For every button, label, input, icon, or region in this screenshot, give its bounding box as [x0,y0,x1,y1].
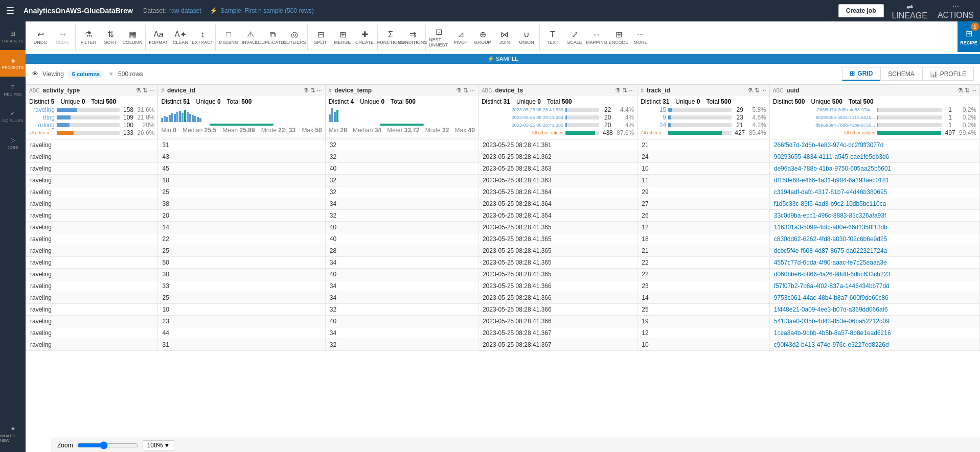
table-cell: 1cea8a4b-9dbb-4b5b-8a57-8b8e1ead6216 [769,327,979,339]
tab-schema[interactable]: SCHEMA [880,67,922,81]
redo-button[interactable]: ↪ REDO [52,25,73,51]
format-button[interactable]: Aa FORMAT [148,25,169,51]
filter-col-icon[interactable]: ⚗ [135,87,141,94]
sidebar-item-datasets[interactable]: ⊞ DATASETS [0,23,26,50]
more-col-icon[interactable]: ··· [470,87,475,94]
group-button[interactable]: ⊕ GROUP [472,25,493,51]
filter-col-icon[interactable]: ⚗ [958,87,963,94]
hamburger-menu[interactable]: ☰ [6,5,14,16]
functions-button[interactable]: Σ FUNCTIONS [380,25,401,51]
dataset-link[interactable]: raw-dataset [169,7,201,14]
create-button[interactable]: ✚ CREATE [354,25,375,51]
table-cell: 22 [637,269,769,280]
recipe-panel-button[interactable]: ⊞ RECIPE 1 [958,21,980,52]
more-col-icon[interactable]: ··· [971,87,976,94]
join-button[interactable]: ⋈ JoIN [494,25,515,51]
more-col-icon[interactable]: ··· [761,87,766,94]
col-header-activity-type: ABC activity_type ⚗ ⇅ ··· [26,85,158,139]
table-row: raveling31322023-05-25 08:28:41.36121266… [26,139,980,151]
jobs-icon: ▷ [11,136,15,144]
col-header-uuid: ABC uuid ⚗ ⇅ ··· [769,85,979,139]
columns-badge[interactable]: 6 columns [68,70,104,78]
split-button[interactable]: ⊟ SPLIT [310,25,331,51]
zoom-dropdown-icon[interactable]: ▼ [164,442,170,449]
table-cell: 32 [325,210,478,222]
transform-group: T TEXT ⤢ SCALE ↔ MAPPING ⊞ ENCODE ··· MO… [542,25,653,51]
sort-col-icon[interactable]: ⇅ [310,87,315,94]
table-cell: 43 [158,151,325,163]
sort-button[interactable]: ⇅ SORT [100,25,121,51]
table-cell: 34 [325,292,478,304]
table-cell: 30 [158,269,325,280]
tab-grid[interactable]: ⊞ GRID [842,67,880,81]
clean-button[interactable]: A✦ CLEAN [170,25,191,51]
mapping-button[interactable]: ↔ MAPPING [586,25,607,51]
union-button[interactable]: ∪ UNION [516,25,537,51]
scale-button[interactable]: ⤢ SCALE [564,25,585,51]
col-name-device-ts: device_ts [495,87,523,94]
quality-group: □ MISSING ⚠ INVALID ⧉ DUPLICATES ◎ OUTLI… [218,25,308,51]
more-col-icon[interactable]: ··· [149,87,154,94]
table-cell: 14 [637,292,769,304]
sample-link[interactable]: Sample: First n sample (500 rows) [220,7,314,14]
undo-button[interactable]: ↩ UNDO [30,25,51,51]
conditions-button[interactable]: ⇉ CONDITIONS [402,25,423,51]
data-area: 👁 Viewing 6 columns ▼ 500 rows ⊞ GRID SC… [26,64,980,452]
sort-col-icon[interactable]: ⇅ [143,87,148,94]
actions-button[interactable]: ··· ACTIONS [938,2,974,20]
sort-col-icon[interactable]: ⇅ [463,87,468,94]
column-button[interactable]: ▦ COLUMN [122,25,143,51]
sidebar-item-recipes[interactable]: ≡ RECIPES [0,77,26,103]
create-job-button[interactable]: Create job [838,4,884,17]
table-cell: 22 [637,257,769,269]
recipe-label: RECIPE [960,40,977,45]
lineage-button[interactable]: ⇌ LINEAGE [892,2,927,20]
sort-col-icon[interactable]: ⇅ [965,87,970,94]
sidebar-item-whats-new[interactable]: ★ WHAT'S NEW [0,420,26,447]
table-cell: 24 [637,151,769,163]
sidebar-item-projects[interactable]: ◈ PROJECTS [0,50,26,77]
view-controls: 👁 Viewing 6 columns ▼ 500 rows ⊞ GRID SC… [26,64,980,84]
pivot-button[interactable]: ⊿ PIVOT [450,25,471,51]
sidebar-item-jobs[interactable]: ▷ JOBS [0,130,26,156]
sort-col-icon[interactable]: ⇅ [622,87,627,94]
merge-button[interactable]: ⊞ MERGE [332,25,353,51]
more-col-icon[interactable]: ··· [629,87,634,94]
missing-icon: □ [226,31,231,39]
table-cell: 26 [637,210,769,222]
table-cell: 23 [637,280,769,292]
sidebar-item-dq-rules[interactable]: ✓ DQ RULES [0,103,26,130]
table-container[interactable]: ABC activity_type ⚗ ⇅ ··· [26,84,980,452]
outliers-button[interactable]: ◎ OUTLIERS [284,25,305,51]
filter-col-icon[interactable]: ⚗ [303,87,309,94]
table-cell: dcbc5f4e-f608-4d87-8675-da022321724a [769,245,979,257]
extract-button[interactable]: ↕ EXTRACT [192,25,213,51]
duplicates-button[interactable]: ⧉ DUPLICATES [262,25,283,51]
text-button[interactable]: T TEXT [542,25,563,51]
zoom-slider[interactable] [77,441,139,449]
filter-col-icon[interactable]: ⚗ [615,87,621,94]
more-col-icon[interactable]: ··· [317,87,322,94]
table-cell: 21 [637,245,769,257]
table-cell: 2023-05-25 08:28:41.365 [478,257,637,269]
tab-profile[interactable]: 📊 PROFILE [922,67,974,81]
col-name-uuid: uuid [786,87,799,94]
sort-col-icon[interactable]: ⇅ [755,87,760,94]
table-row: raveling25322023-05-25 08:28:41.36429c31… [26,186,980,198]
text-icon: T [550,31,555,39]
table-row: raveling23402023-05-25 08:28:41.36619541… [26,316,980,327]
sort-icon: ⇅ [107,31,114,39]
table-cell: 2023-05-25 08:28:41.365 [478,269,637,280]
filter-col-icon[interactable]: ⚗ [456,87,462,94]
invalid-button[interactable]: ⚠ INVALID [240,25,261,51]
more-button[interactable]: ··· MORE [630,25,651,51]
table-row: raveling45402023-05-25 08:28:41.36310de9… [26,163,980,175]
filter-col-icon[interactable]: ⚗ [747,87,753,94]
encode-button[interactable]: ⊞ ENCODE [608,25,629,51]
nest-unnest-button[interactable]: ⊡ NEST-UNNEST [428,25,449,51]
filter-button[interactable]: ⚗ FILTER [78,25,99,51]
missing-button[interactable]: □ MISSING [218,25,239,51]
table-cell: 33c0d9ba-ecc1-496c-8883-83c326afa93f [769,210,979,222]
col-name-device-temp: device_temp [334,87,372,94]
whats-new-icon: ★ [10,425,16,432]
